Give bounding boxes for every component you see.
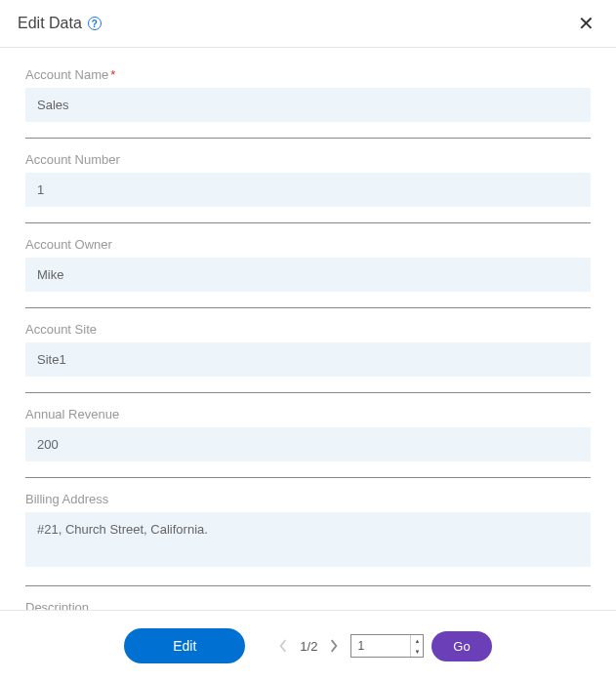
dialog-title: Edit Data xyxy=(18,15,82,32)
go-button[interactable]: Go xyxy=(431,631,491,661)
account-site-input[interactable] xyxy=(25,342,591,377)
page-down-icon[interactable]: ▼ xyxy=(411,646,423,657)
field-description: Description xyxy=(25,600,591,610)
field-label: Account Number xyxy=(25,152,591,167)
field-label: Billing Address xyxy=(25,492,591,506)
field-billing-address: Billing Address xyxy=(25,492,591,586)
account-number-input[interactable] xyxy=(25,173,591,207)
form-content: Account Name* Account Number Account Own… xyxy=(0,48,616,610)
dialog-header: Edit Data ? ✕ xyxy=(0,0,616,48)
annual-revenue-input[interactable] xyxy=(25,427,591,461)
label-text: Account Name xyxy=(25,67,108,82)
dialog-footer: Edit 1/2 ▲ ▼ Go xyxy=(0,610,616,681)
page-up-icon[interactable]: ▲ xyxy=(411,635,423,646)
account-owner-input[interactable] xyxy=(25,258,591,292)
spinner-buttons: ▲ ▼ xyxy=(410,635,423,657)
close-icon[interactable]: ✕ xyxy=(574,12,598,35)
field-label: Annual Revenue xyxy=(25,407,591,421)
required-star: * xyxy=(110,67,115,82)
help-icon[interactable]: ? xyxy=(88,17,102,30)
field-account-name: Account Name* xyxy=(25,67,591,139)
field-account-number: Account Number xyxy=(25,152,591,223)
edit-button[interactable]: Edit xyxy=(124,628,245,663)
field-label: Account Owner xyxy=(25,237,591,252)
field-label: Description xyxy=(25,600,89,610)
field-account-owner: Account Owner xyxy=(25,237,591,308)
pager-text: 1/2 xyxy=(300,639,317,654)
billing-address-input[interactable] xyxy=(25,512,591,567)
field-label: Account Name* xyxy=(25,67,591,82)
account-name-input[interactable] xyxy=(25,88,591,122)
field-annual-revenue: Annual Revenue xyxy=(25,407,591,478)
field-account-site: Account Site xyxy=(25,322,591,393)
header-left: Edit Data ? xyxy=(18,15,102,32)
field-label: Account Site xyxy=(25,322,591,337)
prev-page-icon[interactable] xyxy=(274,635,292,657)
pager: 1/2 ▲ ▼ Go xyxy=(274,631,491,661)
page-number-input[interactable] xyxy=(351,635,410,657)
page-number-stepper[interactable]: ▲ ▼ xyxy=(350,634,424,658)
next-page-icon[interactable] xyxy=(325,635,343,657)
